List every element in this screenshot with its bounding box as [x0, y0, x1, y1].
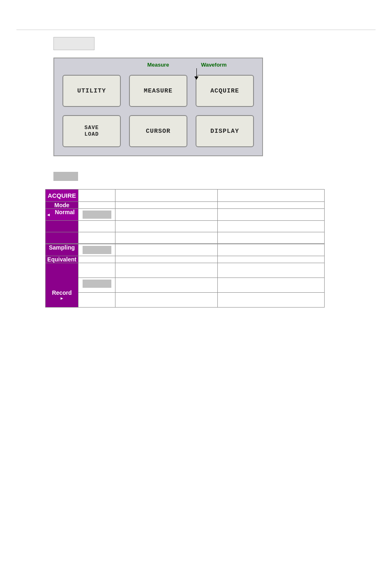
utility-button[interactable]: UTILITY	[62, 75, 121, 107]
record-mid-mid	[78, 278, 115, 292]
small-rect-mid	[53, 172, 78, 181]
scope-buttons-grid: UTILITY MEASURE ACQUIRE SAVELOAD CURSOR …	[54, 58, 262, 155]
equivalent-label-cell[interactable]: Equivalent	[46, 256, 78, 263]
sampling-mid-cell	[78, 244, 115, 256]
normal-label-cell[interactable]: ◄ Normal	[46, 209, 78, 221]
header-right-cell-2	[218, 190, 325, 202]
empty-left-1	[46, 221, 78, 232]
acquire-header-cell: ACQUIRE	[46, 190, 78, 202]
empty-right-2b	[218, 232, 325, 244]
normal-mid-cell	[78, 209, 115, 221]
normal-right-cell-1	[115, 209, 218, 221]
scope-labels: Measure Waveform	[54, 62, 262, 68]
mode-row: Mode	[46, 202, 325, 209]
small-rect-top	[53, 37, 95, 50]
normal-row: ◄ Normal	[46, 209, 325, 221]
equivalent-row: Equivalent	[46, 256, 325, 263]
record-mid-bot	[78, 292, 115, 307]
sampling-label-cell[interactable]: Sampling	[46, 244, 78, 256]
empty-mid-1	[78, 221, 115, 232]
record-swatch	[83, 280, 111, 288]
record-content: Record ►	[46, 289, 78, 304]
sampling-swatch	[83, 246, 111, 254]
record-row-mid	[46, 278, 325, 292]
empty-mid-2	[78, 232, 115, 244]
empty-row-2	[46, 232, 325, 244]
mode-label-cell: Mode	[46, 202, 78, 209]
display-button[interactable]: DISPLAY	[196, 115, 254, 147]
sampling-row: Sampling	[46, 244, 325, 256]
sampling-right-cell-2	[218, 244, 325, 256]
record-right-bot-1	[115, 292, 218, 307]
waveform-label: Waveform	[186, 62, 241, 68]
top-divider	[16, 30, 376, 30]
empty-right-2a	[115, 232, 218, 244]
acquire-header-row: ACQUIRE	[46, 190, 325, 202]
cursor-button[interactable]: CURSOR	[129, 115, 187, 147]
equivalent-right-cell-1	[115, 256, 218, 263]
equivalent-mid-cell	[78, 256, 115, 263]
acquire-button[interactable]: ACQUIRE	[196, 75, 254, 107]
record-label-cell[interactable]: Record ►	[46, 263, 78, 307]
scope-image-area: Measure Waveform UTILITY MEASURE ACQUIRE…	[53, 58, 263, 156]
mode-right-cell-1	[115, 202, 218, 209]
mode-right-cell-2	[218, 202, 325, 209]
normal-swatch	[83, 210, 111, 219]
record-row-top: Record ►	[46, 263, 325, 278]
mode-mid-cell	[78, 202, 115, 209]
sampling-right-cell-1	[115, 244, 218, 256]
header-mid-cell	[78, 190, 115, 202]
empty-right-1b	[218, 221, 325, 232]
empty-left-2	[46, 232, 78, 244]
arrow-indicator	[194, 68, 198, 80]
record-right-mid-2	[218, 278, 325, 292]
measure-label: Measure	[131, 62, 186, 68]
equivalent-right-cell-2	[218, 256, 325, 263]
empty-row-1	[46, 221, 325, 232]
measure-button[interactable]: MEASURE	[129, 75, 187, 107]
header-right-cell-1	[115, 190, 218, 202]
save-load-button[interactable]: SAVELOAD	[62, 115, 121, 147]
record-mid-top	[78, 263, 115, 278]
record-right-mid-1	[115, 278, 218, 292]
record-right-bot-2	[218, 292, 325, 307]
record-right-top-2	[218, 263, 325, 278]
empty-right-1a	[115, 221, 218, 232]
acquire-menu-table: ACQUIRE Mode ◄ Normal	[45, 189, 325, 308]
record-row-bot	[46, 292, 325, 307]
record-right-top-1	[115, 263, 218, 278]
normal-right-cell-2	[218, 209, 325, 221]
